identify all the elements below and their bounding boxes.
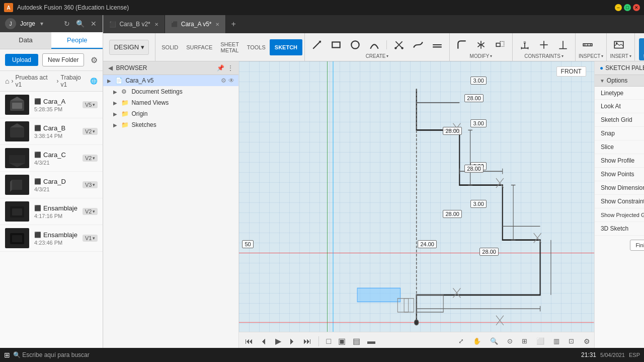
sketch-tab[interactable]: SKETCH xyxy=(270,39,302,55)
list-item[interactable]: ⬛ Cara_C 4/3/21 V2 ▾ xyxy=(0,145,103,172)
list-item[interactable]: ⬛ Cara_D 4/3/21 V3 ▾ xyxy=(0,172,103,198)
timeline-start-button[interactable]: ⏮ xyxy=(243,336,255,347)
tab-cara-b[interactable]: ⬛ Cara_B v2* ✕ xyxy=(103,15,165,33)
list-item[interactable]: ⬛ Ensamblaje 4:17:16 PM V2 ▾ xyxy=(0,198,103,225)
orbit-tool-button[interactable]: ⤢ xyxy=(455,336,467,346)
tab-people[interactable]: People xyxy=(51,32,103,49)
create-arrow-icon[interactable]: ▾ xyxy=(386,54,388,58)
solid-tab[interactable]: SOLID xyxy=(157,39,182,55)
browser-header: ◀ BROWSER 📌 ⋮ xyxy=(103,61,238,75)
list-item[interactable]: ⬛ Ensamblaje 4:23:46 PM V1 ▾ xyxy=(0,225,103,252)
timeline-play-button[interactable]: ▶ xyxy=(273,335,283,347)
inspect-arrow-icon[interactable]: ▾ xyxy=(601,54,603,58)
left-tabs: Data People xyxy=(0,32,103,49)
browser-cube-icon: 📄 xyxy=(115,77,123,84)
refresh-icon[interactable]: ↻ xyxy=(63,19,71,29)
display-settings-button[interactable]: ▥ xyxy=(550,336,563,346)
file-version[interactable]: V2 ▾ xyxy=(83,208,98,215)
canvas-settings-icon[interactable]: ⚙ xyxy=(584,337,590,345)
file-version[interactable]: V3 ▾ xyxy=(83,181,98,188)
line-tool-button[interactable] xyxy=(308,37,326,52)
sheet-metal-tab[interactable]: SHEET METAL xyxy=(216,39,243,55)
new-folder-button[interactable]: New Folder xyxy=(42,53,84,66)
tab-data[interactable]: Data xyxy=(0,32,51,49)
browser-collapse-icon[interactable]: ◀ xyxy=(108,64,113,71)
timeline-box1-button[interactable]: ▣ xyxy=(336,335,348,347)
maximize-button[interactable]: □ xyxy=(624,4,631,11)
browser-item-cara-a[interactable]: ▶ 📄 Cara_A v5 ⚙ 👁 xyxy=(103,75,238,86)
image-insert-button[interactable] xyxy=(610,37,628,52)
add-tab-button[interactable]: + xyxy=(226,20,240,29)
fit-view-button[interactable]: ⊙ xyxy=(504,336,516,346)
perpendicular-tool-button[interactable] xyxy=(554,37,572,52)
browser-options-btn[interactable]: ⚙ xyxy=(221,77,226,84)
arc-tool-button[interactable] xyxy=(365,37,383,52)
file-name: ⬛ Ensamblaje xyxy=(34,231,77,239)
timeline-end-button[interactable]: ⏭ xyxy=(301,336,313,347)
design-mode-selector[interactable]: DESIGN ▾ xyxy=(109,40,149,55)
dimension-tool-button[interactable]: D xyxy=(516,37,534,52)
insert-arrow-icon[interactable]: ▾ xyxy=(629,54,631,58)
finish-sketch-palette-button[interactable]: Finish Sketch xyxy=(630,240,644,251)
file-version[interactable]: V5 ▾ xyxy=(83,101,98,108)
timeline-prev-button[interactable]: ⏴ xyxy=(258,336,270,347)
tab-cara-a[interactable]: ⬛ Cara_A v5* ✕ xyxy=(165,15,226,33)
close-button[interactable]: ✕ xyxy=(633,4,640,11)
svg-rect-12 xyxy=(332,42,340,48)
timeline-next-button[interactable]: ⏵ xyxy=(286,336,298,347)
svg-rect-17 xyxy=(500,41,504,46)
breadcrumb-item2[interactable]: Trabajo v1 xyxy=(61,74,89,88)
close-tab-cara-b-icon[interactable]: ✕ xyxy=(154,22,158,27)
view-cube-button[interactable]: ⬜ xyxy=(533,336,548,346)
zoom-tool-button[interactable]: 🔍 xyxy=(487,336,502,346)
mirror-tool-button[interactable] xyxy=(472,37,490,52)
spline-tool-button[interactable] xyxy=(409,37,427,52)
user-chevron-icon[interactable]: ▾ xyxy=(40,20,43,27)
grid-button[interactable]: ⊞ xyxy=(518,336,531,346)
breadcrumb-item1[interactable]: Pruebas act v1 xyxy=(15,74,54,88)
search-taskbar-icon[interactable]: 🔍 Escribe aquí para buscar xyxy=(13,351,90,358)
browser-folder-icon: 📁 xyxy=(121,110,129,117)
browser-eye-icon[interactable]: 👁 xyxy=(228,77,234,84)
file-version[interactable]: V1 ▾ xyxy=(83,235,98,242)
fillet-tool-button[interactable] xyxy=(453,37,471,52)
pan-tool-button[interactable]: ✋ xyxy=(469,336,485,346)
close-panel-icon[interactable]: ✕ xyxy=(90,19,98,29)
trim-tool-button[interactable] xyxy=(390,37,408,52)
search-icon[interactable]: 🔍 xyxy=(75,19,86,29)
home-icon[interactable]: ⌂ xyxy=(5,77,9,85)
start-icon[interactable]: ⊞ xyxy=(4,351,10,359)
appearance-button[interactable]: ⊡ xyxy=(565,336,578,346)
minimize-button[interactable]: – xyxy=(615,4,622,11)
tools-tab[interactable]: TOOLS xyxy=(243,39,270,55)
close-tab-cara-a-icon[interactable]: ✕ xyxy=(215,22,219,27)
canvas-area[interactable]: FRONT xyxy=(239,61,594,350)
file-version[interactable]: V2 ▾ xyxy=(83,128,98,135)
list-item[interactable]: ⬛ Cara_B 3:38:14 PM V2 ▾ xyxy=(0,118,103,145)
list-item[interactable]: ⬛ Cara_A 5:28:35 PM V5 ▾ xyxy=(0,92,103,118)
circle-tool-button[interactable] xyxy=(346,37,364,52)
modify-arrow-icon[interactable]: ▾ xyxy=(490,54,492,58)
browser-pin-icon[interactable]: 📌 xyxy=(217,64,224,71)
constraints-arrow-icon[interactable]: ▾ xyxy=(561,54,564,58)
browser-item-doc-settings[interactable]: ▶ ⚙ Document Settings xyxy=(103,86,238,97)
timeline-slider-button[interactable]: ▬ xyxy=(365,336,377,347)
surface-tab[interactable]: SURFACE xyxy=(182,39,216,55)
browser-item-named-views[interactable]: ▶ 📁 Named Views xyxy=(103,97,238,108)
offset-tool-button[interactable] xyxy=(428,37,446,52)
select-tool-button[interactable]: SELECT xyxy=(639,38,644,60)
file-version[interactable]: V2 ▾ xyxy=(83,155,98,162)
coincident-tool-button[interactable] xyxy=(535,37,553,52)
measure-tool-button[interactable] xyxy=(579,37,597,52)
browser-options-icon[interactable]: ⋮ xyxy=(227,64,233,71)
scale-tool-button[interactable] xyxy=(491,37,509,52)
palette-options-header[interactable]: ▼ Options xyxy=(595,75,644,87)
linetype-label: Linetype xyxy=(601,90,644,97)
timeline-capture-button[interactable]: □ xyxy=(324,336,333,347)
settings-icon[interactable]: ⚙ xyxy=(91,55,98,65)
browser-item-sketches[interactable]: ▶ 📁 Sketches xyxy=(103,119,238,130)
upload-button[interactable]: Upload xyxy=(5,54,38,66)
rectangle-tool-button[interactable] xyxy=(327,37,345,52)
browser-item-origin[interactable]: ▶ 📁 Origin xyxy=(103,108,238,119)
timeline-box2-button[interactable]: ▤ xyxy=(351,335,362,347)
